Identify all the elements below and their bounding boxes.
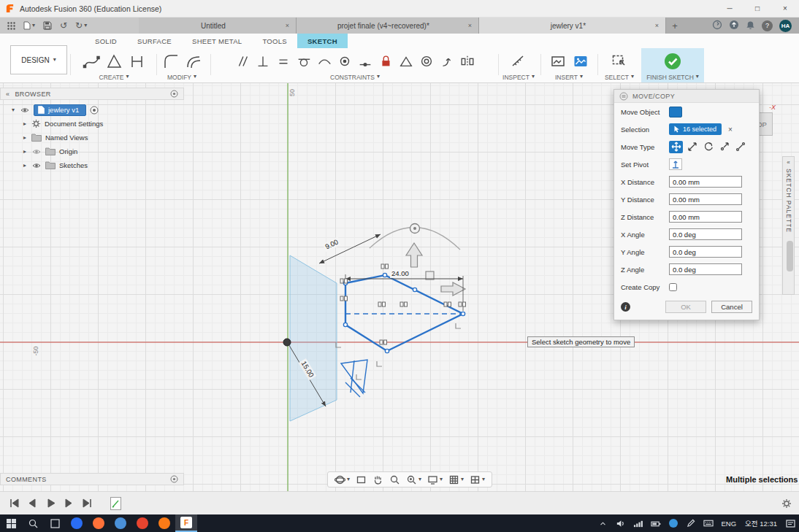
volume-icon[interactable] (612, 514, 630, 532)
new-tab-button[interactable]: + (666, 18, 684, 34)
fillet-tool-icon[interactable] (162, 53, 180, 70)
document-root-pill[interactable]: jewlery v1 (34, 104, 86, 116)
close-button[interactable]: × (771, 0, 799, 17)
tree-item-sketches[interactable]: ▸ Sketches (0, 158, 184, 172)
battery-icon[interactable] (647, 514, 665, 532)
expand-node-icon[interactable]: ▸ (22, 162, 28, 169)
measure-tool-icon[interactable] (510, 53, 527, 70)
group-label[interactable]: CONSTRAINTS (330, 74, 375, 81)
z-angle-input[interactable] (669, 263, 742, 275)
browser-root-row[interactable]: ▾ jewlery v1 (0, 103, 184, 117)
concentric-constraint-icon[interactable] (418, 53, 435, 70)
z-distance-input[interactable] (669, 211, 742, 223)
zoom-icon[interactable] (389, 474, 400, 485)
timeline-settings-gear-icon[interactable] (781, 498, 792, 509)
polygon-tool-icon[interactable] (105, 53, 123, 70)
step-previous-button[interactable] (26, 497, 39, 510)
tab-sheet-metal[interactable]: SHEET METAL (182, 34, 252, 48)
comments-panel[interactable]: COMMENTS (0, 473, 184, 485)
expand-palette-icon[interactable]: « (787, 159, 790, 166)
tab-tools[interactable]: TOOLS (252, 34, 297, 48)
close-tab-icon[interactable]: × (468, 22, 472, 29)
visibility-eye-icon[interactable] (31, 147, 42, 157)
curvature-constraint-icon[interactable] (439, 53, 455, 70)
free-move-icon[interactable] (669, 141, 683, 153)
tray-onedrive-icon[interactable] (665, 514, 682, 532)
rotate-move-icon[interactable] (701, 141, 715, 153)
document-tab-projet-finale[interactable]: projet finale (v4~recovered)* × (297, 18, 479, 34)
slot-tool-icon[interactable] (128, 53, 145, 70)
move-object-type-button[interactable] (669, 107, 682, 117)
orbit-icon[interactable]: ▾ (334, 474, 350, 485)
origin-point[interactable] (283, 339, 291, 346)
collapse-browser-icon[interactable]: « (6, 90, 9, 98)
info-icon[interactable]: i (621, 302, 630, 312)
cancel-button[interactable]: Cancel (711, 301, 752, 313)
selection-pill[interactable]: 16 selected (669, 123, 722, 135)
taskbar-app-firefox[interactable] (88, 514, 110, 532)
fix-lock-icon[interactable] (378, 53, 394, 70)
group-label[interactable]: SELECT (605, 74, 629, 81)
display-settings-icon[interactable]: ▾ (427, 474, 443, 485)
group-label[interactable]: FINISH SKETCH (646, 74, 694, 81)
mirror-tool-icon[interactable] (459, 53, 475, 70)
step-next-button[interactable] (62, 497, 75, 510)
maximize-button[interactable]: □ (743, 0, 771, 17)
play-button[interactable] (44, 497, 57, 510)
language-indicator[interactable]: ENG (717, 514, 741, 532)
job-status-icon[interactable] (729, 20, 739, 31)
group-label[interactable]: CREATE (99, 74, 124, 81)
translate-move-icon[interactable] (685, 141, 699, 153)
document-tab-untitled[interactable]: Untitled × (139, 18, 297, 34)
perpendicular-constraint-icon[interactable] (255, 53, 271, 70)
taskbar-app-brave[interactable] (153, 514, 175, 532)
app-grid-icon[interactable] (7, 22, 15, 30)
y-distance-input[interactable] (669, 193, 742, 205)
visibility-eye-icon[interactable] (20, 105, 30, 115)
workspace-selector[interactable]: DESIGN ▾ (10, 45, 67, 74)
finish-sketch-icon[interactable] (663, 52, 682, 71)
tab-sketch[interactable]: SKETCH (297, 34, 348, 48)
dimension-label[interactable]: 24.00 (390, 269, 410, 278)
pan-icon[interactable] (372, 474, 383, 485)
task-view-icon[interactable] (44, 514, 66, 532)
tab-surface[interactable]: SURFACE (127, 34, 182, 48)
visibility-eye-icon[interactable] (31, 161, 42, 171)
insert-canvas-icon[interactable] (549, 53, 567, 70)
zoom-window-icon[interactable]: ▾ (406, 474, 421, 485)
dialog-header[interactable]: MOVE/COPY (614, 90, 759, 103)
point-to-point-move-icon[interactable] (733, 141, 747, 153)
start-button[interactable] (0, 514, 22, 532)
point-move-icon[interactable] (717, 141, 731, 153)
parallel-constraint-icon[interactable] (234, 53, 251, 70)
touch-keyboard-icon[interactable] (700, 514, 717, 532)
browser-options-icon[interactable] (170, 90, 178, 98)
expand-node-icon[interactable]: ▸ (22, 148, 28, 155)
taskbar-app-browser2[interactable] (131, 514, 153, 532)
save-icon[interactable] (43, 21, 52, 30)
tab-solid[interactable]: SOLID (85, 34, 127, 48)
symmetry-constraint-icon[interactable] (398, 53, 414, 70)
document-tab-jewlery-v1[interactable]: jewlery v1* × (479, 18, 666, 34)
collapse-node-icon[interactable]: ▾ (10, 107, 16, 113)
midpoint-constraint-icon[interactable] (357, 53, 373, 70)
tree-item-document-settings[interactable]: ▸ Document Settings (0, 117, 184, 131)
viewports-icon[interactable]: ▾ (470, 474, 485, 485)
x-angle-input[interactable] (669, 228, 742, 240)
undo-icon[interactable]: ↺ (60, 21, 67, 30)
equal-constraint-icon[interactable] (275, 53, 291, 70)
go-to-end-button[interactable] (80, 497, 93, 510)
action-center-icon[interactable] (781, 514, 799, 532)
group-label[interactable]: INSPECT (502, 74, 530, 81)
sync-status-icon[interactable] (712, 20, 722, 31)
group-label[interactable]: MODIFY (167, 74, 191, 81)
x-distance-input[interactable] (669, 176, 742, 188)
search-icon[interactable] (22, 514, 44, 532)
close-tab-icon[interactable]: × (655, 22, 659, 29)
close-tab-icon[interactable]: × (286, 22, 289, 29)
account-avatar[interactable]: HA (779, 20, 792, 32)
group-label[interactable]: INSERT (555, 74, 578, 81)
expand-node-icon[interactable]: ▸ (22, 120, 28, 127)
tangent-constraint-icon[interactable] (296, 53, 312, 70)
clear-selection-icon[interactable]: × (728, 126, 733, 134)
